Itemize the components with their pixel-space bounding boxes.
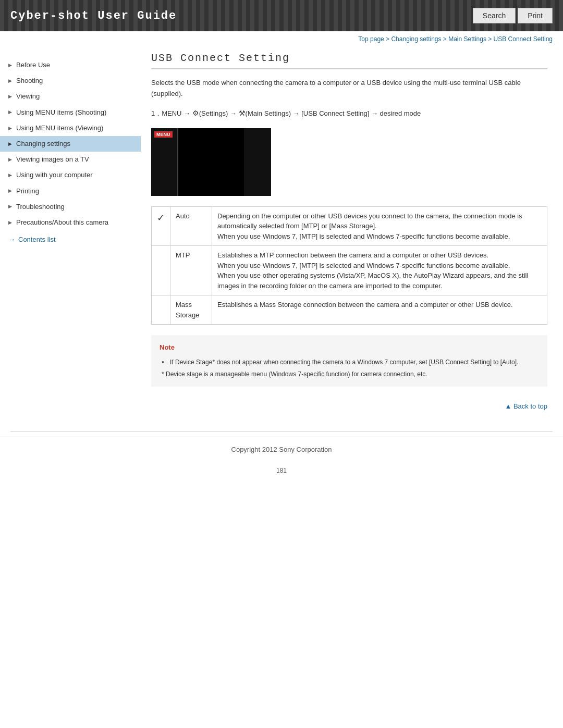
sidebar-item-changing-settings[interactable]: ▶ Changing settings	[0, 136, 141, 152]
footer-copyright: Copyright 2012 Sony Corporation	[231, 446, 332, 453]
sidebar-label-using-menu-viewing: Using MENU items (Viewing)	[16, 124, 103, 133]
breadcrumb-top[interactable]: Top page	[358, 35, 384, 43]
header-buttons: Search Print	[473, 8, 553, 23]
table-row-mass-storage: MassStorage Establishes a Mass Storage c…	[152, 295, 547, 325]
camera-menu-label: MENU	[154, 131, 173, 138]
mtp-name-cell: MTP	[170, 246, 212, 295]
sidebar-item-viewing[interactable]: ▶ Viewing	[0, 89, 141, 104]
search-button[interactable]: Search	[473, 8, 516, 23]
sidebar-item-using-computer[interactable]: ▶ Using with your computer	[0, 167, 141, 183]
breadcrumb-sep1: >	[386, 35, 391, 43]
note-item-1: If Device Stage* does not appear when co…	[162, 357, 539, 367]
sidebar-item-viewing-images-tv[interactable]: ▶ Viewing images on a TV	[0, 152, 141, 167]
mtp-desc-cell: Establishes a MTP connection between the…	[212, 246, 547, 295]
page-title: USB Connect Setting	[151, 52, 547, 64]
footer: Copyright 2012 Sony Corporation	[0, 437, 563, 462]
breadcrumb-current: USB Connect Setting	[494, 35, 553, 43]
sidebar-arrow-viewing-images-tv: ▶	[8, 156, 12, 163]
contents-list-arrow-icon: →	[8, 236, 15, 243]
mass-storage-desc-cell: Establishes a Mass Storage connection be…	[212, 295, 547, 325]
contents-list-link[interactable]: → Contents list	[0, 230, 141, 249]
note-box: Note If Device Stage* does not appear wh…	[151, 335, 547, 387]
auto-name-cell: Auto	[170, 206, 212, 246]
print-button[interactable]: Print	[518, 8, 553, 23]
back-to-top[interactable]: ▲ Back to top	[151, 397, 547, 415]
sidebar-item-precautions[interactable]: ▶ Precautions/About this camera	[0, 215, 141, 230]
mass-storage-name-cell: MassStorage	[170, 295, 212, 325]
sidebar-arrow-precautions: ▶	[8, 219, 12, 226]
main-layout: ▶ Before Use ▶ Shooting ▶ Viewing ▶ Usin…	[0, 47, 563, 431]
sidebar-label-viewing-images-tv: Viewing images on a TV	[16, 155, 89, 164]
sidebar-item-before-use[interactable]: ▶ Before Use	[0, 57, 141, 73]
site-title: Cyber-shot User Guide	[10, 9, 177, 22]
note-title: Note	[160, 342, 539, 353]
camera-menu-right	[244, 128, 271, 196]
sidebar-arrow-printing: ▶	[8, 188, 12, 194]
sidebar-label-viewing: Viewing	[16, 92, 40, 101]
contents-list-label: Contents list	[18, 236, 56, 243]
auto-desc-cell: Depending on the computer or other USB d…	[212, 206, 547, 246]
menu-instruction: 1．MENU → ⚙(Settings) → ⚒(Main Settings) …	[151, 107, 547, 120]
note-list: If Device Stage* does not appear when co…	[160, 357, 539, 367]
breadcrumb-sep2: >	[443, 35, 448, 43]
sidebar-arrow-before-use: ▶	[8, 62, 12, 69]
auto-check-cell: ✓	[152, 206, 170, 246]
content-area: USB Connect Setting Selects the USB mode…	[141, 52, 563, 426]
sidebar-item-using-menu-viewing[interactable]: ▶ Using MENU items (Viewing)	[0, 120, 141, 136]
sidebar-arrow-changing-settings: ▶	[8, 141, 12, 147]
sidebar-label-changing-settings: Changing settings	[16, 139, 70, 149]
table-row-mtp: MTP Establishes a MTP connection between…	[152, 246, 547, 295]
sidebar-arrow-using-menu-shooting: ▶	[8, 109, 12, 116]
breadcrumb-main-settings[interactable]: Main Settings	[448, 35, 486, 43]
page-number: 181	[0, 462, 563, 479]
sidebar-label-precautions: Precautions/About this camera	[16, 218, 108, 227]
sidebar-label-before-use: Before Use	[16, 60, 50, 70]
sidebar-item-shooting[interactable]: ▶ Shooting	[0, 73, 141, 89]
settings-icon: ⚙	[192, 109, 199, 117]
main-settings-icon: ⚒	[239, 109, 246, 117]
breadcrumb-sep3: >	[488, 35, 493, 43]
checkmark-icon: ✓	[157, 213, 165, 223]
mtp-icon-cell	[152, 246, 170, 295]
mass-storage-icon-cell	[152, 295, 170, 325]
breadcrumb: Top page > Changing settings > Main Sett…	[0, 31, 563, 47]
sidebar-label-using-computer: Using with your computer	[16, 170, 93, 180]
settings-table: ✓ Auto Depending on the computer or othe…	[151, 206, 547, 325]
sidebar-label-printing: Printing	[16, 187, 39, 196]
table-row-auto: ✓ Auto Depending on the computer or othe…	[152, 206, 547, 246]
sidebar-arrow-viewing: ▶	[8, 93, 12, 100]
back-to-top-link[interactable]: ▲ Back to top	[505, 402, 547, 410]
breadcrumb-changing-settings[interactable]: Changing settings	[391, 35, 441, 43]
camera-screenshot: MENU	[151, 128, 271, 196]
sidebar-label-troubleshooting: Troubleshooting	[16, 202, 65, 212]
sidebar: ▶ Before Use ▶ Shooting ▶ Viewing ▶ Usin…	[0, 52, 141, 426]
sidebar-arrow-using-menu-viewing: ▶	[8, 125, 12, 132]
camera-menu-left	[151, 128, 178, 196]
page-title-section: USB Connect Setting	[151, 52, 547, 69]
sidebar-label-using-menu-shooting: Using MENU items (Shooting)	[16, 108, 106, 117]
sidebar-item-troubleshooting[interactable]: ▶ Troubleshooting	[0, 199, 141, 215]
sidebar-arrow-shooting: ▶	[8, 78, 12, 84]
header: Cyber-shot User Guide Search Print	[0, 0, 563, 31]
sidebar-arrow-using-computer: ▶	[8, 172, 12, 179]
note-asterisk: * Device stage is a manageable menu (Win…	[160, 369, 539, 379]
sidebar-arrow-troubleshooting: ▶	[8, 203, 12, 210]
sidebar-item-using-menu-shooting[interactable]: ▶ Using MENU items (Shooting)	[0, 105, 141, 120]
sidebar-label-shooting: Shooting	[16, 76, 43, 85]
intro-text: Selects the USB mode when connecting the…	[151, 78, 547, 100]
sidebar-item-printing[interactable]: ▶ Printing	[0, 183, 141, 199]
